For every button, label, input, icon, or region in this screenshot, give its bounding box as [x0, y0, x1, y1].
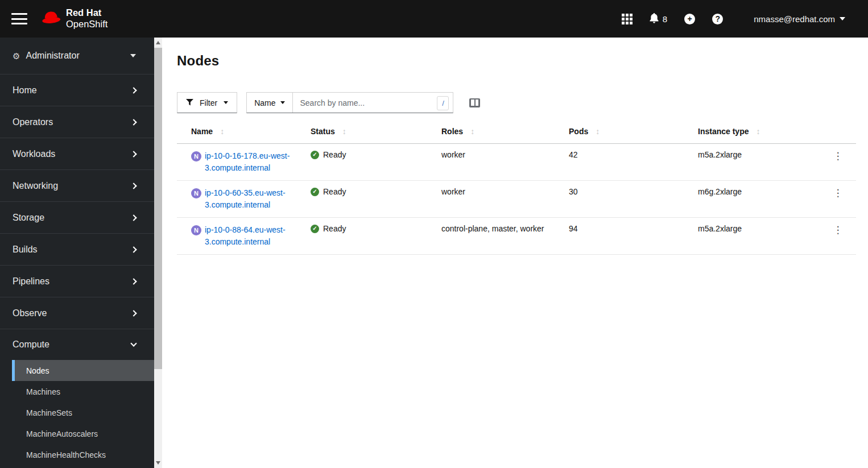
- chevron-right-icon: [130, 119, 137, 125]
- column-header-roles[interactable]: Roles↕: [441, 127, 569, 144]
- status-text: Ready: [323, 150, 346, 159]
- check-circle-icon: ✓: [311, 151, 319, 159]
- main-content: Nodes Filter Name /: [162, 38, 868, 468]
- nodes-table: Name↕ Status↕ Roles↕ Pods↕ Instance type…: [177, 127, 856, 255]
- node-link[interactable]: ip-10-0-88-64.eu-west-3.compute.internal: [205, 224, 297, 248]
- brand-name: Red Hat: [66, 7, 108, 19]
- column-header-name[interactable]: Name↕: [177, 127, 311, 144]
- notifications-button[interactable]: 8: [650, 13, 667, 25]
- sidebar-item-pipelines[interactable]: Pipelines: [0, 266, 154, 297]
- sort-icon[interactable]: ↕: [342, 127, 346, 136]
- sidebar-item-nodes[interactable]: Nodes: [12, 360, 154, 381]
- kebab-menu-button[interactable]: ⋮: [830, 224, 846, 236]
- node-badge: N: [191, 225, 201, 235]
- chevron-right-icon: [130, 151, 137, 157]
- sidebar-item-home[interactable]: Home: [0, 74, 154, 106]
- table-row: N ip-10-0-88-64.eu-west-3.compute.intern…: [177, 218, 856, 255]
- redhat-fedora-icon: [41, 9, 62, 28]
- search-input[interactable]: [293, 93, 453, 113]
- column-header-status[interactable]: Status↕: [311, 127, 441, 144]
- check-circle-icon: ✓: [311, 188, 319, 196]
- user-menu[interactable]: nmasse@redhat.com: [754, 14, 845, 24]
- kebab-menu-button[interactable]: ⋮: [830, 187, 846, 199]
- sidebar-item-observe[interactable]: Observe: [0, 297, 154, 329]
- scroll-up-icon[interactable]: [156, 41, 160, 44]
- filter-funnel-icon: [186, 98, 193, 107]
- chevron-right-icon: [130, 246, 137, 252]
- column-header-pods[interactable]: Pods↕: [569, 127, 698, 144]
- check-circle-icon: ✓: [311, 225, 319, 233]
- scroll-down-icon[interactable]: [156, 461, 160, 465]
- sidebar-nav: ⚙ Administrator Home Operators Workloads…: [0, 38, 154, 468]
- product-name: OpenShift: [66, 19, 108, 30]
- sort-icon[interactable]: ↕: [220, 127, 224, 136]
- node-link[interactable]: ip-10-0-60-35.eu-west-3.compute.internal: [205, 187, 297, 211]
- caret-down-icon: [280, 101, 285, 104]
- sidebar-item-machinesets[interactable]: MachineSets: [0, 402, 154, 423]
- bell-icon: [650, 13, 659, 25]
- perspective-label: Administrator: [26, 51, 79, 61]
- sort-icon[interactable]: ↕: [470, 127, 474, 136]
- notification-count: 8: [663, 14, 667, 24]
- node-badge: N: [191, 151, 201, 161]
- chevron-down-icon: [130, 340, 137, 346]
- instance-type-text: m6g.2xlarge: [698, 187, 742, 196]
- node-link[interactable]: ip-10-0-16-178.eu-west-3.compute.interna…: [205, 150, 297, 174]
- chevron-right-icon: [130, 183, 137, 189]
- filter-dropdown[interactable]: Filter: [177, 92, 237, 113]
- column-header-instance-type[interactable]: Instance type↕: [698, 127, 824, 144]
- sidebar-item-storage[interactable]: Storage: [0, 202, 154, 234]
- chevron-right-icon: [130, 278, 137, 284]
- pods-count: 42: [569, 150, 578, 159]
- sidebar-item-builds[interactable]: Builds: [0, 234, 154, 266]
- cogs-icon: ⚙: [13, 52, 20, 60]
- instance-type-text: m5a.2xlarge: [698, 224, 742, 233]
- sidebar-item-workloads[interactable]: Workloads: [0, 138, 154, 170]
- status-text: Ready: [323, 224, 346, 233]
- apps-grid-icon: [622, 14, 633, 24]
- sidebar-item-machinehealthchecks[interactable]: MachineHealthChecks: [0, 444, 154, 465]
- caret-down-icon: [840, 17, 845, 20]
- attribute-label: Name: [254, 98, 275, 107]
- chevron-right-icon: [130, 214, 137, 221]
- roles-text: worker: [441, 187, 465, 196]
- page-title: Nodes: [177, 53, 856, 69]
- table-header-row: Name↕ Status↕ Roles↕ Pods↕ Instance type…: [177, 127, 856, 144]
- table-row: N ip-10-0-60-35.eu-west-3.compute.intern…: [177, 181, 856, 218]
- plus-circle-icon: +: [684, 14, 695, 24]
- scrollbar-thumb[interactable]: [154, 48, 162, 369]
- node-badge: N: [191, 188, 201, 198]
- nav-toggle-button[interactable]: [11, 13, 27, 25]
- caret-down-icon: [224, 101, 228, 104]
- table-row: N ip-10-0-16-178.eu-west-3.compute.inter…: [177, 144, 856, 181]
- pods-count: 30: [569, 187, 578, 196]
- sidebar-group-compute[interactable]: Compute: [0, 329, 154, 360]
- kebab-menu-button[interactable]: ⋮: [830, 150, 846, 162]
- sidebar-scrollbar[interactable]: [154, 38, 162, 468]
- hamburger-icon: [11, 13, 27, 15]
- roles-text: worker: [441, 150, 465, 159]
- slash-shortcut-badge: /: [437, 96, 449, 110]
- instance-type-text: m5a.2xlarge: [698, 150, 742, 159]
- column-header-actions: [824, 127, 856, 144]
- caret-down-icon: [130, 54, 136, 57]
- search-attribute-dropdown[interactable]: Name: [247, 93, 293, 113]
- perspective-switcher[interactable]: ⚙ Administrator: [0, 38, 154, 74]
- openshift-logo: Red Hat OpenShift: [42, 7, 108, 30]
- masthead: Red Hat OpenShift 8 + ? nmasse@redhat.co…: [0, 0, 868, 38]
- columns-icon: [469, 98, 480, 107]
- sidebar-item-operators[interactable]: Operators: [0, 106, 154, 138]
- search-group: Name /: [246, 92, 453, 113]
- sort-icon[interactable]: ↕: [756, 127, 760, 136]
- sort-icon[interactable]: ↕: [596, 127, 600, 136]
- sidebar-item-machines[interactable]: Machines: [0, 381, 154, 402]
- roles-text: control-plane, master, worker: [441, 224, 544, 233]
- manage-columns-button[interactable]: [469, 98, 480, 107]
- sidebar-item-machineautoscalers[interactable]: MachineAutoscalers: [0, 423, 154, 444]
- help-button[interactable]: ?: [712, 14, 723, 24]
- app-launcher-button[interactable]: [622, 14, 633, 24]
- chevron-right-icon: [130, 310, 137, 316]
- question-circle-icon: ?: [712, 14, 723, 24]
- import-button[interactable]: +: [684, 14, 695, 24]
- sidebar-item-networking[interactable]: Networking: [0, 170, 154, 202]
